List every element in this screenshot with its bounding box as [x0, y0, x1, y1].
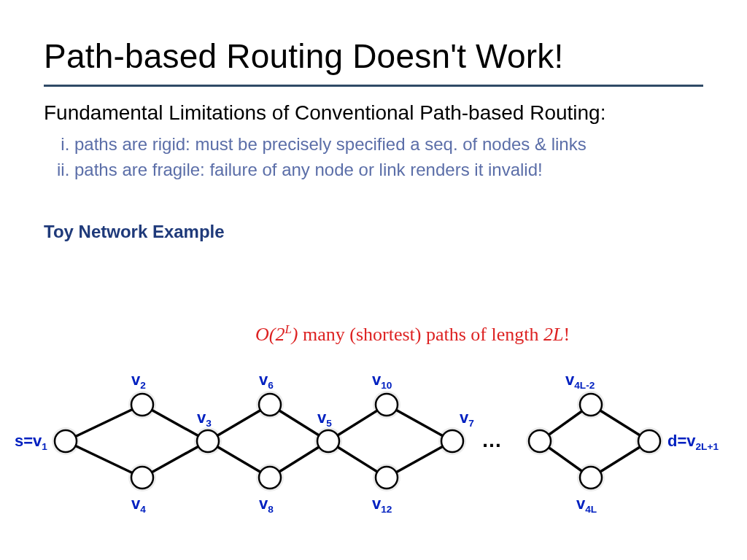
- label-v12: v12: [372, 494, 392, 515]
- network-diagram: s=v1 v2 v4 v3 v6 v8 v5 v10 v12 v7 v4L-2 …: [15, 357, 732, 525]
- label-d: d=v2L+1: [667, 432, 719, 452]
- node-s: [55, 430, 77, 452]
- label-v3: v3: [197, 408, 212, 429]
- node-g2: [580, 394, 602, 416]
- label-v4Lm2: v4L-2: [565, 370, 595, 391]
- label-v8: v8: [259, 494, 274, 515]
- label-v2: v2: [131, 370, 146, 391]
- label-v6: v6: [259, 370, 274, 391]
- bullet-ii: paths are fragile: failure of any node o…: [74, 158, 703, 181]
- bullet-list: paths are rigid: must be precisely speci…: [74, 133, 703, 181]
- complexity-note: O(2L) many (shortest) paths of length 2L…: [255, 322, 570, 346]
- node-v2: [131, 394, 153, 416]
- node-v10: [376, 394, 398, 416]
- toy-heading: Toy Network Example: [44, 222, 703, 242]
- node-v6: [259, 394, 281, 416]
- node-v8: [259, 467, 281, 489]
- label-s: s=v1: [15, 432, 47, 452]
- node-v5: [317, 430, 339, 452]
- slide-subtitle: Fundamental Limitations of Conventional …: [44, 100, 703, 125]
- node-v12: [376, 467, 398, 489]
- label-v5: v5: [317, 408, 332, 429]
- label-v7: v7: [460, 408, 474, 429]
- slide-title: Path-based Routing Doesn't Work!: [44, 36, 703, 76]
- node-v7: [441, 430, 463, 452]
- node-g4: [580, 467, 602, 489]
- label-v4: v4: [131, 494, 146, 515]
- ellipsis: …: [481, 429, 502, 452]
- node-v3: [197, 430, 219, 452]
- label-v4L: v4L: [576, 494, 597, 515]
- node-gL: [529, 430, 551, 452]
- title-rule: [44, 85, 703, 87]
- node-v4: [131, 467, 153, 489]
- node-d: [638, 430, 660, 452]
- label-v10: v10: [372, 370, 392, 391]
- bullet-i: paths are rigid: must be precisely speci…: [74, 133, 703, 155]
